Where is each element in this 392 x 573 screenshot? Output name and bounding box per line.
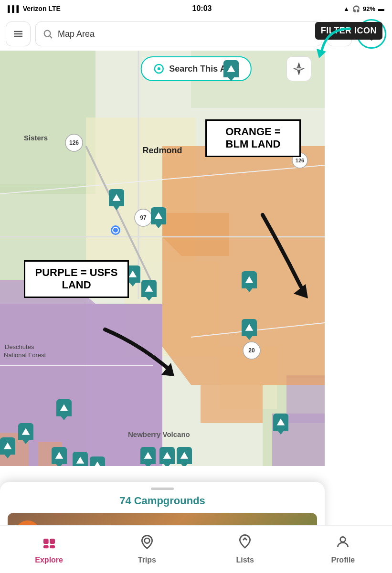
headphones-icon: 🎧 bbox=[352, 5, 360, 12]
svg-marker-58 bbox=[22, 428, 30, 435]
profile-label: Profile bbox=[331, 556, 355, 564]
svg-marker-63 bbox=[144, 452, 152, 459]
svg-marker-70 bbox=[294, 67, 304, 71]
campground-marker[interactable] bbox=[0, 437, 15, 455]
svg-marker-59 bbox=[4, 443, 12, 449]
svg-marker-61 bbox=[76, 457, 85, 464]
svg-rect-74 bbox=[50, 539, 55, 544]
orange-annotation-text: ORANGE = BLM LAND bbox=[225, 126, 281, 150]
svg-rect-73 bbox=[43, 539, 49, 544]
campground-marker[interactable] bbox=[73, 452, 88, 466]
trips-label: Trips bbox=[138, 556, 156, 564]
svg-marker-49 bbox=[227, 65, 235, 72]
search-input[interactable] bbox=[58, 29, 315, 39]
explore-icon bbox=[42, 534, 57, 553]
svg-marker-62 bbox=[94, 462, 102, 467]
lists-label: Lists bbox=[236, 556, 254, 564]
campground-marker[interactable] bbox=[141, 280, 157, 297]
menu-button[interactable] bbox=[6, 21, 31, 46]
svg-point-68 bbox=[157, 67, 160, 70]
campground-marker[interactable] bbox=[242, 271, 257, 288]
svg-marker-54 bbox=[155, 212, 163, 219]
filter-icon-annotation: FILTER ICON bbox=[315, 22, 382, 40]
svg-text:Redmond: Redmond bbox=[143, 146, 182, 155]
battery-icon: ▬ bbox=[378, 5, 384, 12]
svg-point-78 bbox=[340, 537, 346, 542]
campground-marker[interactable] bbox=[273, 414, 288, 431]
svg-rect-76 bbox=[50, 545, 55, 549]
status-bar: ▌▌▌ Verizon LTE 10:03 ▲ 🎧 92% ▬ bbox=[0, 0, 392, 17]
campground-marker[interactable] bbox=[177, 447, 192, 464]
clock: 10:03 bbox=[192, 4, 212, 13]
search-icon bbox=[42, 29, 53, 39]
nav-lists[interactable]: Lists bbox=[196, 526, 294, 573]
campground-marker[interactable] bbox=[159, 447, 175, 464]
svg-marker-55 bbox=[245, 276, 254, 283]
svg-text:Sisters: Sisters bbox=[24, 134, 48, 142]
carrier-name: Verizon bbox=[23, 5, 47, 12]
orange-annotation-box: ORANGE = BLM LAND bbox=[205, 119, 301, 157]
purple-annotation-text: PURPLE = USFS LAND bbox=[35, 266, 118, 291]
signal-icon: ▌▌▌ bbox=[8, 5, 21, 12]
svg-text:Deschutes: Deschutes bbox=[5, 343, 34, 350]
svg-rect-14 bbox=[0, 51, 95, 194]
campground-marker[interactable] bbox=[52, 447, 67, 464]
svg-text:126: 126 bbox=[69, 139, 79, 146]
svg-text:National Forest: National Forest bbox=[4, 351, 46, 359]
svg-marker-50 bbox=[113, 194, 121, 201]
svg-text:97: 97 bbox=[140, 214, 147, 221]
right-panel bbox=[325, 51, 392, 525]
svg-text:126: 126 bbox=[296, 158, 304, 163]
carrier-info: ▌▌▌ Verizon LTE bbox=[8, 5, 61, 12]
search-area-icon bbox=[153, 63, 164, 74]
campground-marker[interactable] bbox=[242, 319, 257, 336]
campground-marker[interactable] bbox=[56, 399, 72, 416]
battery-level: 92% bbox=[363, 5, 375, 12]
campground-count: 74 Campgrounds bbox=[0, 495, 325, 513]
campground-marker[interactable] bbox=[90, 456, 105, 466]
campground-marker[interactable] bbox=[151, 207, 166, 224]
svg-marker-56 bbox=[245, 324, 254, 331]
location-button[interactable] bbox=[286, 56, 311, 81]
campground-marker[interactable] bbox=[18, 423, 33, 440]
svg-marker-66 bbox=[277, 419, 285, 425]
svg-rect-75 bbox=[43, 545, 49, 549]
svg-text:20: 20 bbox=[248, 347, 255, 354]
search-bar[interactable] bbox=[35, 21, 322, 46]
purple-annotation-box: PURPLE = USFS LAND bbox=[24, 260, 129, 298]
nav-profile[interactable]: Profile bbox=[294, 526, 392, 573]
svg-marker-53 bbox=[145, 285, 153, 292]
svg-point-3 bbox=[44, 31, 51, 37]
nav-trips[interactable]: Trips bbox=[98, 526, 196, 573]
bottom-sheet-handle bbox=[151, 488, 174, 490]
map-container: 97 126 126 20 Sisters Redmond Newberry V… bbox=[0, 51, 325, 466]
user-location-marker bbox=[111, 225, 120, 235]
campground-marker[interactable] bbox=[109, 189, 124, 206]
svg-marker-57 bbox=[60, 404, 68, 411]
campground-marker[interactable] bbox=[140, 447, 156, 464]
network-type: LTE bbox=[48, 5, 60, 12]
system-icons: ▲ 🎧 92% ▬ bbox=[343, 5, 384, 12]
trips-icon bbox=[139, 534, 155, 553]
nav-explore[interactable]: Explore bbox=[0, 526, 98, 573]
svg-text:Newberry Volcano: Newberry Volcano bbox=[128, 430, 190, 438]
svg-marker-64 bbox=[163, 452, 171, 459]
svg-marker-52 bbox=[129, 271, 137, 277]
profile-icon bbox=[335, 534, 350, 553]
lists-icon bbox=[237, 534, 253, 553]
svg-marker-60 bbox=[55, 452, 64, 459]
svg-line-4 bbox=[50, 36, 52, 38]
compass-icon bbox=[293, 63, 305, 75]
explore-label: Explore bbox=[35, 556, 63, 564]
svg-point-77 bbox=[145, 538, 150, 543]
svg-marker-65 bbox=[180, 452, 189, 459]
location-icon: ▲ bbox=[343, 5, 350, 12]
bottom-nav: Explore Trips Lists Profile bbox=[0, 525, 392, 573]
map-svg: 97 126 126 20 Sisters Redmond Newberry V… bbox=[0, 51, 325, 466]
hamburger-icon bbox=[12, 28, 24, 40]
campground-marker[interactable] bbox=[223, 60, 239, 77]
svg-rect-26 bbox=[201, 385, 263, 423]
